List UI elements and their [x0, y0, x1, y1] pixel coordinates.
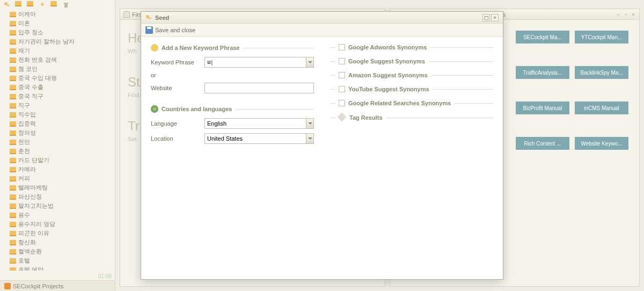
folder-item-label: 피곤한 이유	[18, 229, 49, 237]
app-button[interactable]: SECockpit Ma...	[516, 31, 569, 43]
folder-item[interactable]: 춘천	[0, 147, 115, 156]
app-button[interactable]: BacklinkSpy Ma...	[575, 66, 628, 79]
close-button[interactable]: ×	[491, 14, 499, 21]
folder-item-label: 팔자고치는법	[18, 202, 54, 210]
app-button[interactable]: YTCockpit Man...	[575, 31, 628, 43]
folder-item[interactable]: 중국 직구	[0, 92, 115, 101]
location-select[interactable]	[204, 133, 306, 144]
keyword-phrase-input[interactable]	[204, 57, 306, 68]
folder-item[interactable]: 피곤한 이유	[0, 229, 115, 238]
modal-titlebar: Seed ▢ ×	[141, 12, 503, 24]
folder-icon	[10, 130, 16, 136]
folder-icon	[10, 30, 16, 35]
folder-icon	[10, 240, 16, 245]
folder-item-label: 중국 수출	[18, 83, 43, 91]
synonym-option-label: YouTube Suggest Synonyms	[348, 86, 429, 92]
folder-item[interactable]: 중국 수입 대행	[0, 74, 115, 83]
folder-item[interactable]: 재기	[0, 46, 115, 55]
folder-icon	[10, 222, 16, 227]
folder-icon	[10, 112, 16, 118]
synonym-option-label: Google Suggest Synonyms	[348, 58, 425, 64]
folder-icon	[10, 12, 16, 17]
folder-open-icon[interactable]	[27, 1, 34, 9]
trash-icon[interactable]	[62, 1, 70, 9]
synonym-checkbox[interactable]	[339, 86, 345, 92]
folder-item[interactable]: 젬 코인	[0, 64, 115, 74]
folder-item[interactable]: 텔레마케팅	[0, 183, 115, 192]
folder-item[interactable]: 카드 단말기	[0, 156, 115, 165]
app-button[interactable]: Rich Content ...	[516, 137, 569, 150]
folder-icon	[10, 121, 16, 127]
folder-item-label: 전화 번호 검색	[18, 56, 57, 64]
folder-item[interactable]: 직구	[0, 101, 115, 110]
language-dropdown-trigger[interactable]	[306, 118, 314, 129]
folder-item-label: 카메라	[18, 165, 36, 173]
language-select[interactable]	[204, 118, 306, 129]
folder-item[interactable]: 용수지리 영당	[0, 220, 115, 229]
synonym-checkbox[interactable]	[339, 58, 345, 64]
folder-icon	[10, 167, 16, 172]
folder-item[interactable]: 입주 청소	[0, 28, 115, 37]
folder-icon	[10, 85, 16, 90]
folder-item[interactable]: 호텔 예약	[0, 265, 115, 271]
folder-icon	[10, 231, 16, 236]
folder-item[interactable]: 커피	[0, 174, 115, 183]
folder-item-label: 텔레마케팅	[18, 184, 48, 192]
close-icon[interactable]: ×	[631, 12, 636, 17]
folder-item[interactable]: 자기관리 잘하는 남자	[0, 37, 115, 46]
folder-item[interactable]: 집중력	[0, 119, 115, 128]
synonym-option-header: Google Adwords Synonyms	[330, 42, 493, 53]
website-input[interactable]	[204, 83, 314, 93]
synonym-checkbox[interactable]	[339, 72, 345, 78]
language-label: Language	[151, 120, 204, 127]
app-button[interactable]: Website Keywo...	[575, 137, 628, 150]
folder-item[interactable]: 미혼	[0, 19, 115, 28]
sidebar-footer[interactable]: SECockpit Projects	[0, 280, 115, 291]
section-countries: Countries and languages	[151, 103, 314, 115]
key-add-icon[interactable]	[3, 1, 11, 9]
folder-icon	[10, 149, 16, 154]
app-button[interactable]: TrafficAnalysis...	[516, 66, 569, 79]
folder-item[interactable]: 파산신청	[0, 192, 115, 201]
folder-item[interactable]: 중국 수출	[0, 83, 115, 92]
folder-item[interactable]: 직수입	[0, 110, 115, 119]
save-and-close-button[interactable]: Save and close	[145, 26, 195, 34]
synonym-checkbox[interactable]	[339, 100, 345, 106]
synonym-option-label: Google Adwords Synonyms	[348, 44, 427, 50]
folder-item[interactable]: 항산화	[0, 238, 115, 247]
key-icon	[151, 44, 158, 52]
folder-icon	[10, 21, 16, 26]
synonym-option-label: Google Related Searches Synonyms	[348, 100, 451, 106]
folder-icon	[10, 213, 16, 218]
folder-item[interactable]: 천안	[0, 137, 115, 147]
website-label: Website	[151, 85, 204, 91]
synonym-checkbox[interactable]	[339, 44, 345, 50]
folder-new-icon[interactable]	[15, 1, 23, 9]
folder-item[interactable]: 카메라	[0, 165, 115, 174]
pin-icon[interactable]: –	[616, 12, 621, 17]
folder-item[interactable]: 이케아	[0, 10, 115, 19]
maximize-button[interactable]: ▢	[482, 14, 490, 21]
collapse-icon[interactable]: ▫	[623, 12, 628, 17]
folder-item-label: 젬 코인	[18, 65, 38, 73]
keyword-phrase-label: Keyword Phrase	[151, 59, 204, 66]
expand-icon[interactable]	[39, 1, 46, 9]
folder-icon[interactable]	[50, 1, 58, 9]
keyword-phrase-dropdown-trigger[interactable]	[306, 57, 314, 68]
folder-icon	[10, 94, 16, 99]
folder-item[interactable]: 호텔	[0, 256, 115, 265]
folder-item[interactable]: 팔자고치는법	[0, 201, 115, 210]
folder-item[interactable]: 창의성	[0, 128, 115, 137]
folder-item-label: 용수	[18, 211, 30, 219]
location-dropdown-trigger[interactable]	[306, 133, 314, 144]
folder-item-label: 커피	[18, 174, 30, 183]
folder-icon	[10, 103, 16, 108]
modal-title-label: Seed	[155, 14, 169, 21]
folder-item[interactable]: 전화 번호 검색	[0, 55, 115, 64]
tag-icon	[339, 114, 346, 121]
folder-item[interactable]: 용수	[0, 210, 115, 220]
app-button[interactable]: BizProfit Manual	[516, 101, 569, 114]
synonym-option-label: Amazon Suggest Synonyms	[348, 72, 428, 78]
folder-item[interactable]: 혈액순환	[0, 247, 115, 256]
app-button[interactable]: inCMS Manual	[575, 101, 628, 114]
